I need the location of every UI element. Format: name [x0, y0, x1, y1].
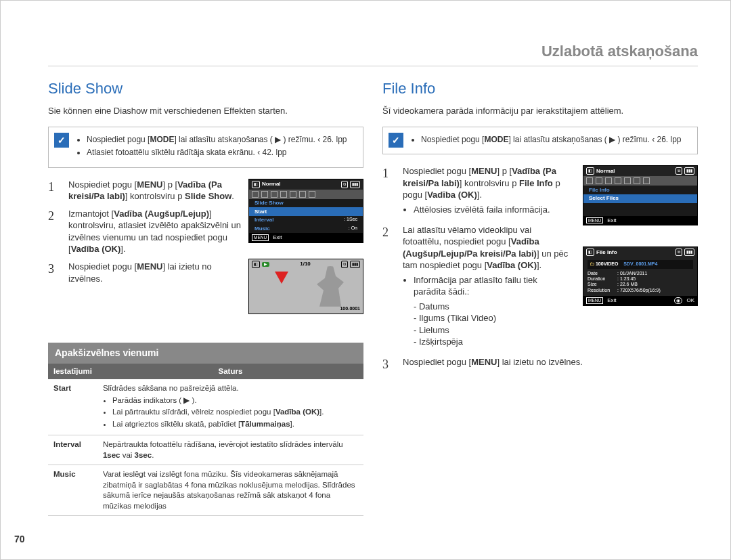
menu-button-icon: MENU: [586, 217, 603, 224]
card-icon: ⧉: [341, 261, 348, 268]
manual-page: Uzlabotā atskaņošana Slide Show Sie könn…: [0, 0, 731, 560]
lcd-slide-show-menu: ◧ Normal ⧉ ▮▮▮ Slide Show Start Interval…: [248, 179, 363, 243]
lcd-ok-label: OK: [686, 297, 694, 304]
photo-mode-icon: ◧: [586, 167, 594, 175]
sub-bullet: Informācija par atlasīto failu tiek parā…: [414, 274, 572, 298]
photo-mode-icon: ◧: [252, 181, 260, 188]
table-row: Music Varat ieslēgt vai izslēgt fona mūz…: [48, 465, 363, 516]
lcd-file-info-detail: ◧ File Info ⧉ ▮▮▮ 🗀 100VIDEO SDV_0001.MP…: [583, 246, 698, 306]
card-icon: ⧉: [341, 181, 348, 188]
lcd-info-row: Size: 22.6 MB: [588, 282, 693, 287]
lcd-label-normal: Normal: [262, 181, 281, 188]
photo-mode-icon: ◧: [252, 261, 260, 268]
intro-text: Šī videokamera parāda informāciju par ie…: [382, 105, 698, 117]
lcd-counter-top: 1/10: [300, 261, 311, 267]
lcd-label-normal: Normal: [596, 168, 615, 175]
lcd-exit-label: Exit: [273, 234, 282, 241]
note-item: Nospiediet pogu [MODE] lai atlasītu atsk…: [87, 134, 356, 146]
table-cell-key: Interval: [48, 435, 97, 465]
map-marker-icon: [275, 272, 288, 284]
list-item: Ilgums (Tikai Video): [414, 312, 572, 324]
battery-icon: ▮▮▮: [684, 167, 694, 175]
table-cell-value: Nepārtraukta fotoattēlu rādīšana, ievēro…: [97, 435, 363, 465]
list-item: Lai pārtrauktu slīdrādi, vēlreiz nospied…: [112, 407, 358, 418]
section-title-slide-show: Slide Show: [48, 79, 363, 99]
ok-button-icon: ◉: [674, 297, 682, 304]
note-item: Atlasiet fotoattēlu sīktēlu rādītāja ska…: [87, 147, 356, 158]
lcd-label-title: File Info: [596, 249, 617, 256]
step-3: 3 Nospiediet pogu [MENU] lai izietu no i…: [382, 356, 698, 372]
list-item: Parādās indikators ( ▶ ).: [112, 395, 358, 406]
silhouette-icon: [317, 266, 344, 307]
lcd-menu-music: Music: On: [249, 224, 363, 233]
photo-mode-icon: ◧: [586, 249, 594, 256]
table-cell-key: Music: [48, 465, 97, 516]
table-cell-value: Varat ieslēgt vai izslēgt fona mūziku. Š…: [97, 465, 363, 516]
lcd-info-row: Duration: 1:23:45: [588, 276, 693, 282]
intro-text: Sie können eine Diashow mit verschiedene…: [48, 105, 363, 117]
menu-button-icon: MENU: [586, 297, 603, 304]
table-header: Saturs: [97, 364, 363, 380]
lcd-exit-label: Exit: [607, 217, 616, 224]
lcd-counter-bottom: 100-0001: [340, 306, 360, 311]
battery-icon: ▮▮▮: [350, 181, 360, 188]
lcd-file-info-menu: ◧ Normal ⧉ ▮▮▮ File Info Select Files ME…: [583, 165, 698, 225]
column-file-info: File Info Šī videokamera parāda informāc…: [382, 79, 698, 517]
folder-icon: 🗀: [590, 261, 594, 266]
battery-icon: ▮▮▮: [684, 249, 694, 256]
precondition-note: ✓ Nospiediet pogu [MODE] lai atlasītu at…: [382, 127, 698, 154]
note-item: Nospiediet pogu [MODE] lai atlasītu atsk…: [421, 134, 690, 146]
lcd-menu-interval: Interval: 1Sec: [249, 216, 363, 225]
card-icon: ⧉: [675, 167, 682, 175]
lcd-info-row: Date: 01/JAN/2011: [588, 271, 693, 276]
lcd-folder-name: 100VIDEO: [596, 261, 618, 266]
card-icon: ⧉: [675, 249, 682, 256]
list-item: Datums: [414, 301, 572, 313]
lcd-exit-label: Exit: [607, 297, 616, 304]
table-cell-value: Slīdrādes sākšana no pašreizējā attēla. …: [97, 379, 363, 435]
lcd-menu-start: Start: [249, 207, 363, 216]
table-header-row: Iestatījumi Saturs: [48, 364, 363, 380]
lcd-slide-show-photo: ◧ ▶ 1/10 ⧉ ▮▮▮ 100-0001: [248, 259, 363, 314]
lcd-menu-select-files: Select Files: [583, 194, 697, 203]
precondition-note: ✓ Nospiediet pogu [MODE] lai atlasītu at…: [48, 127, 363, 168]
sub-bullet: Attēlosies izvēlētā faila informācija.: [414, 204, 572, 216]
page-number: 70: [14, 533, 25, 546]
settings-table: Iestatījumi Saturs Start Slīdrādes sākša…: [48, 364, 363, 517]
table-cell-key: Start: [48, 379, 97, 435]
lcd-menu-title: Slide Show: [249, 199, 363, 208]
table-row: Interval Nepārtraukta fotoattēlu rādīšan…: [48, 435, 363, 465]
battery-icon: ▮▮▮: [350, 261, 360, 268]
subsection-heading: Apakšizvēlnes vienumi: [48, 343, 363, 364]
play-indicator-icon: ▶: [262, 262, 269, 267]
menu-button-icon: MENU: [252, 234, 269, 241]
lcd-icon-row: [249, 190, 363, 199]
table-row: Start Slīdrādes sākšana no pašreizējā at…: [48, 379, 363, 435]
lcd-icon-row: [583, 176, 697, 186]
column-slide-show: Slide Show Sie können eine Diashow mit v…: [48, 79, 363, 517]
check-icon: ✓: [389, 133, 403, 148]
list-item: Izšķirtspēja: [414, 336, 572, 348]
lcd-info-row: Resolution: 720X576/50p(16:9): [588, 288, 693, 293]
list-item: Lielums: [414, 324, 572, 337]
lcd-menu-title: File Info: [583, 186, 697, 194]
check-icon: ✓: [54, 133, 69, 148]
section-title-file-info: File Info: [382, 79, 698, 99]
list-item: Lai atgrieztos sīktēlu skatā, pabīdiet […: [112, 419, 358, 430]
table-header: Iestatījumi: [48, 364, 97, 380]
lcd-file-name: SDV_0001.MP4: [623, 261, 657, 266]
lcd-info-body: 🗀 100VIDEO SDV_0001.MP4 Date: 01/JAN/201…: [583, 257, 697, 296]
page-header: Uzlabotā atskaņošana: [48, 41, 698, 66]
